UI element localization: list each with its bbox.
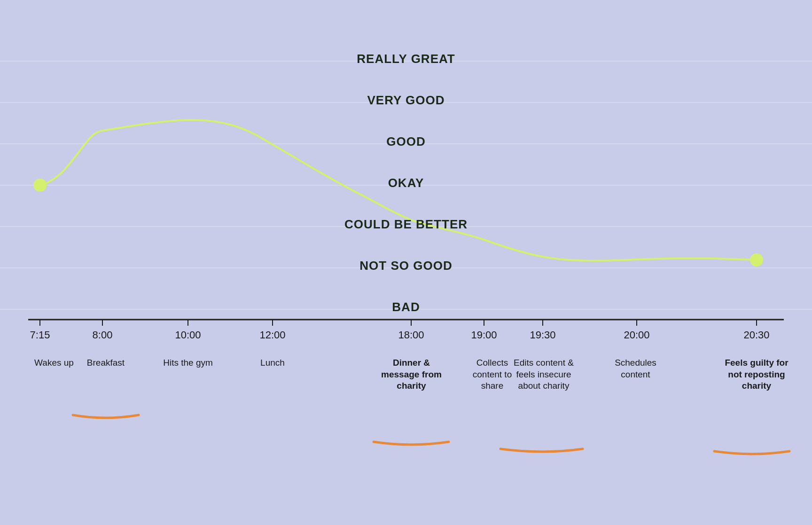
event-breakfast: Breakfast — [73, 357, 139, 369]
y-label-could-be-better: COULD BE BETTER — [0, 217, 812, 232]
time-1200: 12:00 — [259, 329, 285, 341]
y-label-good: GOOD — [0, 134, 812, 149]
event-lunch: Lunch — [247, 357, 298, 369]
event-dinner: Dinner &message fromcharity — [366, 357, 457, 392]
time-2030: 20:30 — [743, 329, 769, 341]
time-800: 8:00 — [93, 329, 113, 341]
y-label-very-good: VERY GOOD — [0, 93, 812, 108]
y-label-really-great: REALLY GREAT — [0, 52, 812, 66]
time-1930: 19:30 — [530, 329, 555, 341]
time-715: 7:15 — [30, 329, 50, 341]
time-1900: 19:00 — [471, 329, 497, 341]
time-1800: 18:00 — [398, 329, 424, 341]
event-gym: Hits the gym — [148, 357, 228, 369]
time-2000: 20:00 — [624, 329, 649, 341]
y-label-bad: BAD — [0, 300, 812, 314]
y-label-okay: OKAY — [0, 176, 812, 190]
time-1000: 10:00 — [175, 329, 201, 341]
event-edits: Edits content &feels insecureabout chari… — [499, 357, 588, 392]
y-label-not-so-good: NOT SO GOOD — [0, 259, 812, 273]
event-schedules: Schedulescontent — [597, 357, 674, 380]
event-guilty: Feels guilty fornot repostingcharity — [710, 357, 804, 392]
chart-container: REALLY GREAT VERY GOOD GOOD OKAY COULD B… — [0, 0, 812, 525]
